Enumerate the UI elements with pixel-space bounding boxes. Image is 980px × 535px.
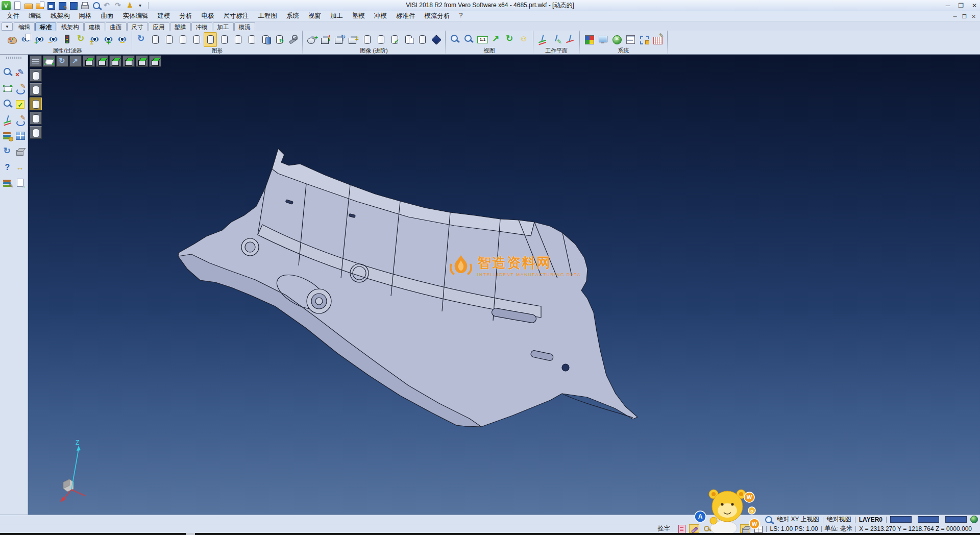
menu-item[interactable]: 工程图 <box>254 11 282 21</box>
tab[interactable]: 标准 <box>35 22 56 31</box>
select-zoom-button[interactable] <box>1 66 14 79</box>
cpl-align-button[interactable] <box>564 32 577 47</box>
redo-arrow-button[interactable] <box>113 1 124 10</box>
history-book-button[interactable] <box>676 524 687 533</box>
qa-options-button[interactable] <box>136 1 146 10</box>
cyl-wire-c-button[interactable] <box>176 32 189 47</box>
measure-width-button[interactable] <box>14 161 27 174</box>
preview-zoom-button[interactable] <box>91 1 101 10</box>
cube-wire-button[interactable] <box>96 56 108 67</box>
tab-dropdown-button[interactable]: ▼ <box>2 22 13 31</box>
cube-back-button[interactable] <box>136 56 148 67</box>
erase-pencil-button[interactable] <box>14 66 27 79</box>
traffic-light-button[interactable] <box>61 32 74 47</box>
box-plusminus-button[interactable] <box>347 32 360 47</box>
scale-1to1-button[interactable] <box>476 32 489 47</box>
view-orientation-label[interactable]: 绝对 XY 上视图 <box>777 515 819 524</box>
cyl-double-button[interactable] <box>259 32 272 47</box>
menu-item[interactable]: 文件 <box>2 11 24 21</box>
cube-shaded-button[interactable] <box>149 56 161 67</box>
tile-windows-button[interactable] <box>14 129 27 142</box>
menu-item[interactable]: 系统 <box>282 11 304 21</box>
page-eye-button[interactable] <box>19 32 33 47</box>
refresh-graphics-button[interactable] <box>135 32 148 47</box>
menu-item[interactable]: 实体编辑 <box>118 11 153 21</box>
vero-piece-button[interactable] <box>125 1 135 10</box>
cube-left-button[interactable] <box>109 56 121 67</box>
units-readout[interactable]: 单位: 毫米 <box>825 524 853 533</box>
menu-item[interactable]: 线架构 <box>46 11 75 21</box>
lock-toggle[interactable]: 拴牢 <box>657 524 670 533</box>
cyl-transparent-button[interactable] <box>217 32 231 47</box>
view-arrow-button[interactable] <box>489 32 503 47</box>
menu-item[interactable]: 电极 <box>197 11 219 21</box>
cyl-ghost-button[interactable] <box>231 32 244 47</box>
box-eye-button[interactable] <box>305 32 318 47</box>
restore-button[interactable]: ❐ <box>958 2 964 9</box>
menu-item[interactable]: 曲面 <box>96 11 118 21</box>
cpl-edit-button[interactable] <box>550 32 563 47</box>
tab[interactable]: 模流 <box>234 22 255 31</box>
doc-export-button[interactable] <box>14 177 27 189</box>
view-orbit-button[interactable] <box>56 56 68 67</box>
context-help-button[interactable] <box>1 161 14 174</box>
eye-minus-button[interactable] <box>116 32 129 47</box>
cyl-regen-button[interactable] <box>273 32 286 47</box>
visi-logo-button[interactable] <box>1 1 11 10</box>
box-refresh-button[interactable] <box>333 32 346 47</box>
cyl-shaded-edges-button[interactable] <box>204 32 217 47</box>
tab[interactable]: 建模 <box>84 22 105 31</box>
cpl-axes-button[interactable] <box>536 32 549 47</box>
view-refresh-button[interactable] <box>503 32 517 47</box>
palette-edit-button[interactable] <box>6 32 19 47</box>
mdi-minimize-button[interactable]: ─ <box>953 14 957 19</box>
cube-right-button[interactable] <box>122 56 135 67</box>
close-button[interactable]: ✕ <box>972 2 977 9</box>
tab[interactable]: 尺寸 <box>127 22 148 31</box>
layer-books-button[interactable] <box>1 129 14 142</box>
dark-prism-button[interactable] <box>429 32 443 47</box>
menu-item[interactable]: 编辑 <box>24 11 46 21</box>
monitor-config-button[interactable] <box>596 32 609 47</box>
ghost-cylinder-button[interactable] <box>415 32 429 47</box>
view-mode-label[interactable]: 绝对视图 <box>827 515 851 524</box>
vis-cyl-a-button[interactable] <box>30 69 42 82</box>
vis-cyl-b-button[interactable] <box>30 83 42 96</box>
menu-item[interactable]: 建模 <box>153 11 175 21</box>
viewport-3d[interactable]: Z 智造资料网 INTELLIGENT MANUFACTURING DATA <box>28 55 980 515</box>
curve-edit-button[interactable] <box>14 113 27 126</box>
vis-cyl-active-button[interactable] <box>30 98 42 110</box>
config-panel-button[interactable] <box>624 32 637 47</box>
tab[interactable]: 塑膜 <box>170 22 191 31</box>
save-floppy-button[interactable] <box>46 1 56 10</box>
saveas-floppy-button[interactable] <box>57 1 67 10</box>
zoom-solid-button[interactable] <box>1 98 14 110</box>
solid-cube-button[interactable] <box>14 145 27 158</box>
confirm-check-button[interactable] <box>14 98 27 110</box>
open-folder-button[interactable] <box>23 1 34 10</box>
globe-icon[interactable] <box>970 516 978 523</box>
undo-arrow-button[interactable] <box>102 1 112 10</box>
box-traffic-button[interactable] <box>319 32 332 47</box>
layer-edit-button[interactable] <box>1 177 14 189</box>
print-button[interactable] <box>80 1 90 10</box>
cyl-wire-a-button[interactable] <box>149 32 162 47</box>
view-menu-button[interactable] <box>30 56 42 67</box>
zoom-window-button[interactable] <box>462 32 475 47</box>
eye-plusminus-button[interactable] <box>88 32 102 47</box>
system-globe-button[interactable] <box>610 32 623 47</box>
plane-select-button[interactable] <box>1 82 14 94</box>
eye-add-button[interactable] <box>33 32 46 47</box>
doc-cylinder-button[interactable] <box>402 32 415 47</box>
eye-plus-button[interactable] <box>102 32 115 47</box>
menu-item[interactable]: 标准件 <box>391 11 420 21</box>
color-swatch[interactable] <box>945 516 967 523</box>
minimize-button[interactable]: ─ <box>946 2 950 9</box>
menu-item[interactable]: 分析 <box>175 11 197 21</box>
menu-item[interactable]: 模流分析 <box>420 11 455 21</box>
saveall-floppy-button[interactable] <box>68 1 79 10</box>
regen-view-button[interactable] <box>1 145 14 158</box>
sketch-pencil-button[interactable] <box>14 82 27 94</box>
render-smiley-button[interactable] <box>517 32 530 47</box>
tab[interactable]: 应用 <box>149 22 169 31</box>
